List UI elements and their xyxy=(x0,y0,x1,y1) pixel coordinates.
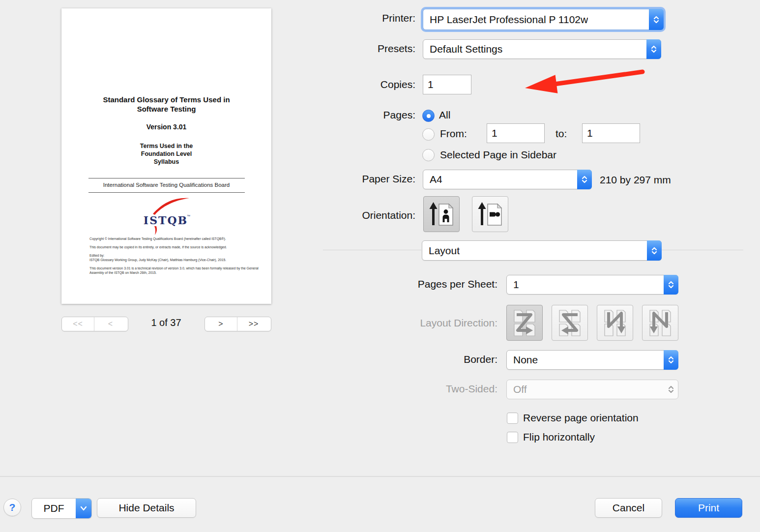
pages-per-sheet-select[interactable]: 1 xyxy=(506,275,678,295)
landscape-orientation-icon xyxy=(476,201,504,228)
layout-n-reverse-icon xyxy=(648,309,672,337)
printer-value: HP LaserJet Professional P 1102w xyxy=(423,14,588,26)
logo-swoosh-icon xyxy=(153,198,189,215)
paper-size-dimensions: 210 by 297 mm xyxy=(600,174,671,186)
chevron-updown-icon xyxy=(646,39,661,59)
portrait-orientation-icon xyxy=(428,201,455,228)
doc-edited-line: Edited by: ISTQB Glossary Working Group,… xyxy=(89,253,259,262)
logo-wordmark: ISTQB xyxy=(144,214,188,227)
settings-section-value: Layout xyxy=(422,245,460,257)
doc-copyright-line: Copyright © International Software Testi… xyxy=(89,236,259,241)
doc-revision-line: This document version 3.01 is a technica… xyxy=(89,266,259,275)
doc-board-name: International Software Testing Qualifica… xyxy=(61,182,271,188)
print-button[interactable]: Print xyxy=(675,498,742,518)
previous-page-button[interactable]: < xyxy=(94,317,127,331)
pages-from-radio[interactable] xyxy=(422,128,435,141)
two-sided-select: Off xyxy=(506,380,678,399)
pages-per-sheet-label: Pages per Sheet: xyxy=(350,278,497,290)
pages-selected-label: Selected Page in Sidebar xyxy=(440,149,556,161)
copies-input[interactable] xyxy=(423,75,471,94)
presets-value: Default Settings xyxy=(423,43,502,55)
presets-label: Presets: xyxy=(297,43,415,55)
two-sided-label: Two-Sided: xyxy=(350,383,497,395)
printer-select[interactable]: HP LaserJet Professional P 1102w xyxy=(423,9,664,30)
chevron-updown-icon xyxy=(647,240,662,261)
next-page-button[interactable]: > xyxy=(205,317,237,331)
paper-size-value: A4 xyxy=(423,174,442,185)
page-status: 1 of 37 xyxy=(148,317,184,328)
orientation-landscape-button[interactable] xyxy=(472,196,508,232)
question-mark-icon: ? xyxy=(9,502,16,513)
layout-direction-s-button[interactable] xyxy=(552,305,588,341)
page-from-input[interactable] xyxy=(487,123,545,143)
layout-direction-z-button[interactable] xyxy=(506,305,543,341)
settings-section-select[interactable]: Layout xyxy=(422,240,662,261)
doc-rule-top xyxy=(88,178,245,178)
chevron-updown-icon xyxy=(664,380,678,399)
layout-direction-n-button[interactable] xyxy=(597,305,633,341)
paper-size-label: Paper Size: xyxy=(297,173,415,185)
chevron-updown-icon xyxy=(649,9,664,30)
print-dialog: Standard Glossary of Terms Used in Softw… xyxy=(0,0,760,532)
copies-label: Copies: xyxy=(297,79,415,90)
two-sided-value: Off xyxy=(507,384,527,395)
cancel-button[interactable]: Cancel xyxy=(595,498,662,518)
logo-flame-icon xyxy=(154,226,157,235)
pages-per-sheet-value: 1 xyxy=(507,279,519,291)
reverse-page-orientation-label: Reverse page orientation xyxy=(523,412,639,424)
hide-details-button[interactable]: Hide Details xyxy=(97,498,196,518)
presets-select[interactable]: Default Settings xyxy=(423,39,661,59)
layout-n-icon xyxy=(603,309,627,337)
border-select[interactable]: None xyxy=(506,350,678,370)
last-page-button[interactable]: >> xyxy=(237,317,270,331)
pager-forward-group: > >> xyxy=(205,317,271,331)
help-button[interactable]: ? xyxy=(3,499,21,516)
pdf-label: PDF xyxy=(32,499,76,518)
doc-version: Version 3.01 xyxy=(61,123,271,131)
first-page-button[interactable]: << xyxy=(62,317,94,331)
chevron-updown-icon xyxy=(577,170,592,189)
page-to-input[interactable] xyxy=(582,123,640,143)
border-label: Border: xyxy=(350,354,497,365)
istqb-logo: ISTQB ™ xyxy=(140,196,193,236)
orientation-label: Orientation: xyxy=(297,209,415,221)
orientation-portrait-button[interactable] xyxy=(423,196,460,232)
doc-copy-permission-line: This document may be copied in its entir… xyxy=(89,245,259,249)
pages-from-label: From: xyxy=(440,128,467,140)
layout-s-icon xyxy=(557,309,582,337)
doc-subtitle: Terms Used in the Foundation Level Sylla… xyxy=(61,142,271,166)
border-value: None xyxy=(507,354,538,366)
footer-divider xyxy=(0,476,760,477)
annotation-arrow-icon xyxy=(501,63,654,98)
pages-label: Pages: xyxy=(297,109,415,121)
chevron-updown-icon xyxy=(664,275,678,295)
layout-z-icon xyxy=(512,309,537,337)
section-divider-right xyxy=(662,250,743,250)
reverse-page-orientation-checkbox[interactable] xyxy=(507,413,518,424)
pages-all-radio[interactable] xyxy=(422,110,435,122)
paper-size-select[interactable]: A4 xyxy=(423,170,592,189)
pages-all-label: All xyxy=(439,109,450,121)
document-preview: Standard Glossary of Terms Used in Softw… xyxy=(61,8,271,304)
pdf-menu-button[interactable]: PDF xyxy=(31,498,92,519)
chevron-updown-icon xyxy=(664,350,678,370)
pages-to-label: to: xyxy=(555,128,567,140)
layout-direction-label: Layout Direction: xyxy=(350,317,497,329)
pages-selected-radio[interactable] xyxy=(422,149,435,161)
pager-back-group: << < xyxy=(61,317,128,331)
doc-copyright-block: Copyright © International Software Testi… xyxy=(89,236,259,279)
section-divider-left xyxy=(323,250,421,250)
chevron-down-icon xyxy=(76,499,91,518)
printer-label: Printer: xyxy=(297,12,415,24)
doc-title: Standard Glossary of Terms Used in Softw… xyxy=(61,95,271,114)
flip-horizontally-checkbox[interactable] xyxy=(507,432,518,443)
logo-tm: ™ xyxy=(187,214,190,218)
flip-horizontally-label: Flip horizontally xyxy=(523,431,595,443)
layout-direction-n-reverse-button[interactable] xyxy=(642,305,678,341)
doc-rule-bottom xyxy=(88,192,245,193)
